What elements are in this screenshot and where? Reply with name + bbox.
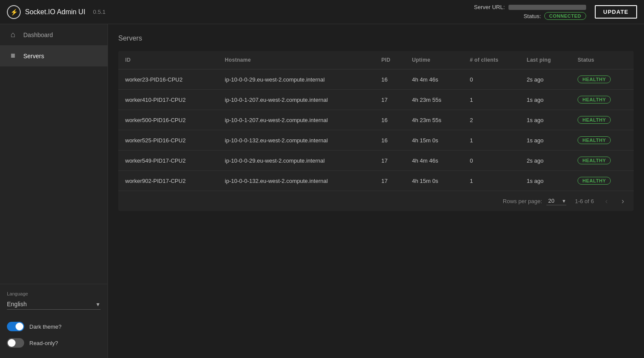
cell-status: HEALTHY bbox=[571, 69, 634, 90]
cell-hostname: ip-10-0-1-207.eu-west-2.compute.internal bbox=[218, 110, 375, 130]
status-badge-healthy: HEALTHY bbox=[578, 157, 611, 164]
cell-pid: 17 bbox=[375, 151, 405, 171]
table-row[interactable]: worker410-PID17-CPU2 ip-10-0-1-207.eu-we… bbox=[118, 90, 634, 110]
cell-id: worker549-PID17-CPU2 bbox=[118, 151, 218, 171]
cell-uptime: 4h 4m 46s bbox=[405, 151, 463, 171]
cell-hostname: ip-10-0-0-29.eu-west-2.compute.internal bbox=[218, 69, 375, 90]
cell-last-ping: 1s ago bbox=[520, 171, 571, 191]
cell-hostname: ip-10-0-0-29.eu-west-2.compute.internal bbox=[218, 151, 375, 171]
cell-last-ping: 1s ago bbox=[520, 110, 571, 130]
cell-hostname: ip-10-0-0-132.eu-west-2.compute.internal bbox=[218, 130, 375, 151]
language-select[interactable]: English bbox=[7, 299, 101, 310]
table-row[interactable]: worker549-PID17-CPU2 ip-10-0-0-29.eu-wes… bbox=[118, 151, 634, 171]
table-body: worker23-PID16-CPU2 ip-10-0-0-29.eu-west… bbox=[118, 69, 634, 191]
app-title: Socket.IO Admin UI bbox=[25, 8, 85, 16]
rows-select-wrapper: 20 10 50 100 ▼ bbox=[546, 197, 566, 205]
status-badge-healthy: HEALTHY bbox=[578, 177, 611, 185]
header-row: ID Hostname PID Uptime # of clients Last… bbox=[118, 51, 634, 69]
cell-clients: 0 bbox=[463, 69, 520, 90]
home-icon: ⌂ bbox=[9, 30, 17, 39]
sidebar: ⌂ Dashboard ≡ Servers Language English ▼ bbox=[0, 24, 108, 358]
cell-pid: 16 bbox=[375, 110, 405, 130]
cell-pid: 16 bbox=[375, 69, 405, 90]
status-label: Status: bbox=[524, 13, 541, 19]
cell-last-ping: 2s ago bbox=[520, 151, 571, 171]
readonly-toggle[interactable] bbox=[7, 338, 24, 348]
sidebar-item-servers[interactable]: ≡ Servers bbox=[0, 45, 107, 66]
sidebar-item-label-servers: Servers bbox=[23, 53, 44, 60]
header-right: Server URL: Status: CONNECTED UPDATE bbox=[474, 4, 637, 20]
cell-status: HEALTHY bbox=[571, 110, 634, 130]
status-badge: CONNECTED bbox=[544, 12, 586, 20]
cell-last-ping: 2s ago bbox=[520, 69, 571, 90]
status-row: Status: CONNECTED bbox=[524, 12, 586, 20]
rows-per-page-label: Rows per page: bbox=[503, 198, 542, 204]
table-row[interactable]: worker902-PID17-CPU2 ip-10-0-0-132.eu-we… bbox=[118, 171, 634, 191]
cell-uptime: 4h 23m 55s bbox=[405, 90, 463, 110]
sidebar-nav: ⌂ Dashboard ≡ Servers bbox=[0, 24, 107, 284]
cell-uptime: 4h 15m 0s bbox=[405, 130, 463, 151]
cell-last-ping: 1s ago bbox=[520, 90, 571, 110]
col-hostname: Hostname bbox=[218, 51, 375, 69]
cell-uptime: 4h 15m 0s bbox=[405, 171, 463, 191]
next-page-button[interactable]: › bbox=[619, 196, 627, 206]
main-content: Servers ID Hostname PID Uptime # of clie… bbox=[108, 24, 644, 358]
cell-hostname: ip-10-0-1-207.eu-west-2.compute.internal bbox=[218, 90, 375, 110]
servers-table-container: ID Hostname PID Uptime # of clients Last… bbox=[118, 51, 634, 211]
server-url-row: Server URL: bbox=[474, 4, 586, 10]
cell-clients: 2 bbox=[463, 110, 520, 130]
cell-status: HEALTHY bbox=[571, 90, 634, 110]
cell-pid: 17 bbox=[375, 171, 405, 191]
status-badge-healthy: HEALTHY bbox=[578, 116, 611, 124]
col-uptime: Uptime bbox=[405, 51, 463, 69]
dark-theme-toggle[interactable] bbox=[7, 322, 24, 331]
dark-theme-toggle-row: Dark theme? bbox=[7, 318, 101, 335]
table-row[interactable]: worker525-PID16-CPU2 ip-10-0-0-132.eu-we… bbox=[118, 130, 634, 151]
status-badge-healthy: HEALTHY bbox=[578, 136, 611, 144]
server-url-value bbox=[508, 5, 586, 10]
cell-clients: 1 bbox=[463, 171, 520, 191]
cell-id: worker902-PID17-CPU2 bbox=[118, 171, 218, 191]
cell-uptime: 4h 4m 46s bbox=[405, 69, 463, 90]
language-section: Language English ▼ bbox=[7, 291, 101, 310]
readonly-toggle-row: Read-only? bbox=[7, 335, 101, 351]
language-select-wrapper: English ▼ bbox=[7, 299, 101, 310]
table-header: ID Hostname PID Uptime # of clients Last… bbox=[118, 51, 634, 69]
server-url-section: Server URL: Status: CONNECTED bbox=[474, 4, 586, 20]
cell-clients: 0 bbox=[463, 151, 520, 171]
page-info: 1-6 of 6 bbox=[575, 198, 594, 204]
main-layout: ⌂ Dashboard ≡ Servers Language English ▼ bbox=[0, 24, 644, 358]
cell-clients: 1 bbox=[463, 130, 520, 151]
status-badge-healthy: HEALTHY bbox=[578, 75, 611, 83]
sidebar-footer: Language English ▼ Dark theme? Read- bbox=[0, 284, 107, 358]
cell-status: HEALTHY bbox=[571, 130, 634, 151]
language-label: Language bbox=[7, 291, 101, 296]
cell-id: worker525-PID16-CPU2 bbox=[118, 130, 218, 151]
status-badge-healthy: HEALTHY bbox=[578, 96, 611, 104]
sidebar-item-dashboard[interactable]: ⌂ Dashboard bbox=[0, 24, 107, 45]
cell-hostname: ip-10-0-0-132.eu-west-2.compute.internal bbox=[218, 171, 375, 191]
table-row[interactable]: worker500-PID16-CPU2 ip-10-0-1-207.eu-we… bbox=[118, 110, 634, 130]
update-button[interactable]: UPDATE bbox=[595, 5, 637, 19]
col-id: ID bbox=[118, 51, 218, 69]
cell-pid: 16 bbox=[375, 130, 405, 151]
header: ⚡ Socket.IO Admin UI 0.5.1 Server URL: S… bbox=[0, 0, 644, 24]
cell-last-ping: 1s ago bbox=[520, 130, 571, 151]
readonly-label: Read-only? bbox=[29, 340, 58, 346]
toggle-knob-readonly bbox=[8, 339, 16, 347]
prev-page-button[interactable]: ‹ bbox=[603, 196, 610, 206]
table-row[interactable]: worker23-PID16-CPU2 ip-10-0-0-29.eu-west… bbox=[118, 69, 634, 90]
rows-per-page-select[interactable]: 20 10 50 100 bbox=[546, 197, 566, 205]
servers-table: ID Hostname PID Uptime # of clients Last… bbox=[118, 51, 634, 191]
cell-status: HEALTHY bbox=[571, 151, 634, 171]
cell-id: worker410-PID17-CPU2 bbox=[118, 90, 218, 110]
app-logo: ⚡ Socket.IO Admin UI 0.5.1 bbox=[7, 5, 106, 19]
pagination: Rows per page: 20 10 50 100 ▼ 1-6 of 6 ‹… bbox=[118, 191, 634, 211]
server-url-label: Server URL: bbox=[474, 4, 505, 10]
app-version: 0.5.1 bbox=[93, 9, 106, 15]
dark-theme-label: Dark theme? bbox=[29, 323, 61, 330]
cell-status: HEALTHY bbox=[571, 171, 634, 191]
toggle-knob bbox=[16, 323, 23, 330]
col-status: Status bbox=[571, 51, 634, 69]
cell-id: worker23-PID16-CPU2 bbox=[118, 69, 218, 90]
